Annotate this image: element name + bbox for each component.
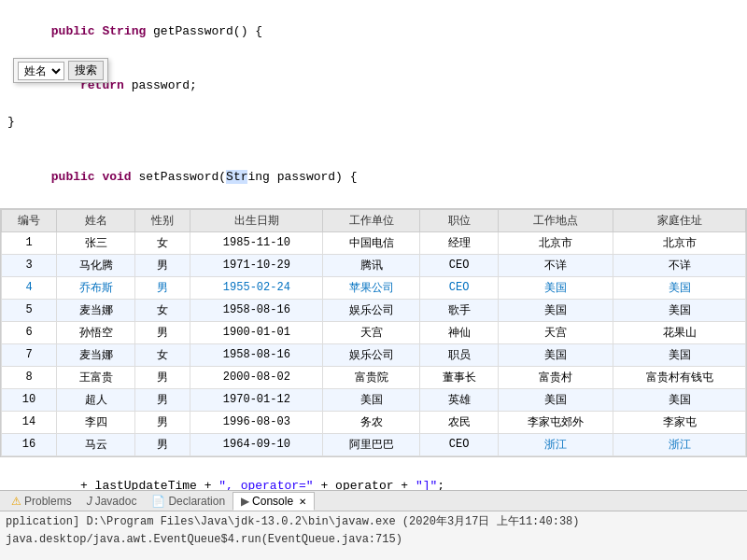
- table-cell: 10: [2, 388, 57, 411]
- table-row[interactable]: 14李四男1996-08-03务农农民李家屯郊外李家屯: [2, 411, 746, 433]
- table-row[interactable]: 16马云男1964-09-10阿里巴巴CEO浙江浙江: [2, 433, 746, 455]
- table-cell: 乔布斯: [56, 276, 134, 299]
- tab-declaration[interactable]: 📄 Declaration: [144, 493, 233, 510]
- table-row[interactable]: 4乔布斯男1955-02-24苹果公司CEO美国美国: [2, 276, 746, 299]
- code-line-4: [7, 132, 740, 150]
- table-cell: 浙江: [613, 433, 746, 455]
- table-cell: 男: [135, 276, 190, 299]
- table-cell: 女: [135, 299, 190, 321]
- table-header: 家庭住址: [613, 209, 746, 231]
- table-cell: 男: [135, 366, 190, 388]
- table-cell: 2000-08-02: [190, 366, 323, 388]
- table-row[interactable]: 7麦当娜女1958-08-16娱乐公司职员美国美国: [2, 343, 746, 366]
- tab-problems-label: Problems: [24, 495, 72, 508]
- table-header: 职位: [419, 209, 498, 231]
- table-cell: 董事长: [419, 366, 498, 388]
- console-line-2: java.desktop/java.awt.EventQueue$4.run(E…: [6, 531, 741, 549]
- table-cell: 北京市: [613, 231, 746, 254]
- table-cell: 7: [2, 343, 57, 366]
- table-header: 性别: [135, 209, 190, 231]
- table-cell: 美国: [499, 299, 613, 321]
- table-cell: 美国: [613, 276, 746, 299]
- tab-javadoc-label: Javadoc: [95, 495, 137, 508]
- table-cell: 阿里巴巴: [323, 433, 420, 455]
- tab-javadoc[interactable]: J Javadoc: [79, 493, 145, 510]
- table-cell: 娱乐公司: [323, 343, 420, 366]
- table-row[interactable]: 10超人男1970-01-12美国英雄美国美国: [2, 388, 746, 411]
- table-cell: 1996-08-03: [190, 411, 323, 433]
- table-cell: 苹果公司: [323, 276, 420, 299]
- table-cell: 男: [135, 321, 190, 343]
- table-row[interactable]: 8王富贵男2000-08-02富贵院董事长富贵村富贵村有钱屯: [2, 366, 746, 388]
- table-cell: 1955-02-24: [190, 276, 323, 299]
- warning-icon: ⚠: [11, 495, 21, 508]
- table-cell: 女: [135, 343, 190, 366]
- table-cell: 8: [2, 366, 57, 388]
- code-line-5: public void setPassword(String password)…: [7, 149, 740, 204]
- table-cell: CEO: [419, 254, 498, 276]
- table-cell: 4: [2, 276, 57, 299]
- table-cell: 美国: [613, 388, 746, 411]
- table-cell: 14: [2, 411, 57, 433]
- table-cell: 男: [135, 388, 190, 411]
- table-cell: 女: [135, 231, 190, 254]
- table-cell: 农民: [419, 411, 498, 433]
- console-output: pplication] D:\Program Files\Java\jdk-13…: [0, 511, 747, 551]
- table-cell: 英雄: [419, 388, 498, 411]
- table-cell: 超人: [56, 388, 134, 411]
- table-cell: 马云: [56, 433, 134, 455]
- table-cell: 王富贵: [56, 366, 134, 388]
- code-line-2: return password;: [7, 59, 740, 114]
- table-cell: 5: [2, 299, 57, 321]
- tab-console[interactable]: ▶ Console ✕: [233, 492, 315, 511]
- table-header: 工作单位: [323, 209, 420, 231]
- code-editor[interactable]: public String getPassword() { return pas…: [0, 0, 747, 208]
- tab-console-label: Console: [252, 495, 293, 508]
- table-cell: 男: [135, 433, 190, 455]
- table-cell: 1958-08-16: [190, 299, 323, 321]
- table-cell: 腾讯: [323, 254, 420, 276]
- bottom-panel: ⚠ Problems J Javadoc 📄 Declaration ▶ Con…: [0, 490, 747, 560]
- table-cell: 美国: [613, 343, 746, 366]
- javadoc-icon: J: [87, 495, 92, 508]
- table-cell: 不详: [499, 254, 613, 276]
- table-row[interactable]: 1张三女1985-11-10中国电信经理北京市北京市: [2, 231, 746, 254]
- table-row[interactable]: 6孙悟空男1900-01-01天宫神仙天宫花果山: [2, 321, 746, 343]
- table-cell: CEO: [419, 433, 498, 455]
- table-cell: 经理: [419, 231, 498, 254]
- table-cell: 歌手: [419, 299, 498, 321]
- table-cell: 6: [2, 321, 57, 343]
- table-cell: 李四: [56, 411, 134, 433]
- table-cell: 天宫: [323, 321, 420, 343]
- search-button[interactable]: 搜索: [68, 61, 104, 80]
- table-cell: 马化腾: [56, 254, 134, 276]
- table-cell: 3: [2, 254, 57, 276]
- table-cell: 1985-11-10: [190, 231, 323, 254]
- table-cell: 1: [2, 231, 57, 254]
- table-row[interactable]: 5麦当娜女1958-08-16娱乐公司歌手美国美国: [2, 299, 746, 321]
- table-cell: 美国: [499, 388, 613, 411]
- table-cell: 麦当娜: [56, 343, 134, 366]
- tab-problems[interactable]: ⚠ Problems: [4, 493, 79, 510]
- table-cell: 天宫: [499, 321, 613, 343]
- code-line-3: }: [7, 113, 740, 132]
- declaration-icon: 📄: [151, 495, 165, 508]
- table-cell: 神仙: [419, 321, 498, 343]
- console-icon: ▶: [241, 495, 249, 508]
- table-header: 工作地点: [499, 209, 613, 231]
- autocomplete-popup: 姓名 搜索: [13, 58, 108, 83]
- table-header: 编号: [2, 209, 57, 231]
- table-cell: 张三: [56, 231, 134, 254]
- autocomplete-select[interactable]: 姓名: [18, 62, 64, 80]
- table-cell: 中国电信: [323, 231, 420, 254]
- table-cell: 花果山: [613, 321, 746, 343]
- table-row[interactable]: 3马化腾男1971-10-29腾讯CEO不详不详: [2, 254, 746, 276]
- table-cell: 浙江: [499, 433, 613, 455]
- table-cell: 富贵村有钱屯: [613, 366, 746, 388]
- data-table-container: 编号姓名性别出生日期工作单位职位工作地点家庭住址 1张三女1985-11-10中…: [0, 208, 747, 457]
- tab-declaration-label: Declaration: [168, 495, 225, 508]
- table-cell: 16: [2, 433, 57, 455]
- console-close-icon[interactable]: ✕: [299, 497, 306, 507]
- table-cell: 美国: [499, 276, 613, 299]
- table-header: 姓名: [56, 209, 134, 231]
